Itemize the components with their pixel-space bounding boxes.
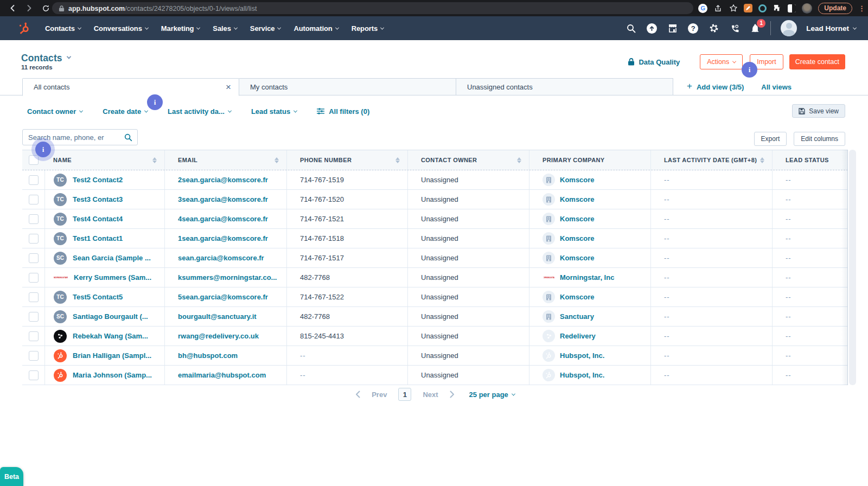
filter-contact-owner[interactable]: Contact owner <box>27 107 82 116</box>
row-checkbox[interactable] <box>29 370 39 380</box>
settings-gear-icon[interactable] <box>708 23 719 34</box>
company-link[interactable]: Komscore <box>560 293 595 301</box>
sort-icon[interactable] <box>517 157 521 163</box>
contact-email-link[interactable]: sean.garcia@komscore.fr <box>178 254 264 262</box>
company-link[interactable]: Hubspot, Inc. <box>560 351 604 360</box>
marketplace-icon[interactable] <box>667 23 678 34</box>
export-button[interactable]: Export <box>754 132 787 146</box>
extension-icon[interactable] <box>788 4 796 12</box>
row-checkbox[interactable] <box>29 234 39 244</box>
url-bar[interactable]: app.hubspot.com/contacts/24278205/object… <box>52 2 693 14</box>
contact-name-link[interactable]: Rebekah Wang (Sam... <box>73 332 148 340</box>
tab-my-contacts[interactable]: My contacts <box>239 78 456 95</box>
page-title[interactable]: Contacts <box>21 53 71 64</box>
contact-name-link[interactable]: Test1 Contact1 <box>73 234 123 242</box>
contact-email-link[interactable]: 5sean.garcia@komscore.fr <box>178 293 268 301</box>
account-menu[interactable]: Lead Hornet <box>806 24 856 33</box>
company-link[interactable]: Morningstar, Inc <box>560 273 614 282</box>
browser-update-button[interactable]: Update <box>818 3 852 14</box>
tab-unassigned-contacts[interactable]: Unassigned contacts <box>456 78 673 95</box>
close-tab-icon[interactable]: × <box>226 82 231 92</box>
extension-icon[interactable] <box>758 4 767 12</box>
contact-name-link[interactable]: Kerry Summers (Sam... <box>74 273 151 282</box>
company-link[interactable]: Hubspot, Inc. <box>560 371 604 379</box>
column-header-last-activity-date-gmt-8-[interactable]: LAST ACTIVITY DATE (GMT+8) <box>650 150 772 170</box>
vertical-scrollbar[interactable] <box>849 150 856 385</box>
tab-all-contacts[interactable]: All contacts× <box>22 78 239 96</box>
prev-page-button[interactable]: Prev <box>367 391 391 399</box>
prev-page-chevron-icon[interactable] <box>355 391 360 398</box>
contact-name-link[interactable]: Maria Johnson (Samp... <box>73 371 152 379</box>
contact-name-link[interactable]: Brian Halligan (Sampl... <box>73 351 151 360</box>
contact-name-link[interactable]: Sean Garcia (Sample ... <box>73 254 151 262</box>
row-checkbox[interactable] <box>29 253 39 263</box>
calling-icon[interactable] <box>729 23 740 34</box>
current-page-number[interactable]: 1 <box>398 388 411 401</box>
extensions-puzzle-icon[interactable] <box>773 4 782 13</box>
contact-name-link[interactable]: Test4 Contact4 <box>73 215 123 223</box>
column-header-contact-owner[interactable]: CONTACT OWNER <box>407 150 529 170</box>
company-link[interactable]: Komscore <box>560 176 595 184</box>
browser-menu-icon[interactable]: ⋮ <box>858 4 865 12</box>
nav-marketing[interactable]: Marketing <box>161 24 200 33</box>
filter-lead-status[interactable]: Lead status <box>251 107 297 116</box>
sort-icon[interactable] <box>760 157 764 163</box>
data-quality-link[interactable]: Data Quality <box>628 58 680 66</box>
annotation-dot[interactable]: i <box>742 62 757 78</box>
browser-forward-icon[interactable] <box>24 4 34 13</box>
user-avatar[interactable] <box>781 20 797 36</box>
sort-icon[interactable] <box>395 157 400 163</box>
add-view-link[interactable]: +Add view (3/5) <box>687 82 744 92</box>
column-header-phone-number[interactable]: PHONE NUMBER <box>286 150 407 170</box>
company-link[interactable]: Komscore <box>560 195 595 203</box>
contact-email-link[interactable]: 4sean.garcia@komscore.fr <box>178 215 268 223</box>
create-contact-button[interactable]: Create contact <box>789 54 845 69</box>
actions-button[interactable]: Actions <box>700 54 743 69</box>
row-checkbox[interactable] <box>29 292 39 302</box>
contact-name-link[interactable]: Test3 Contact3 <box>73 195 123 203</box>
nav-service[interactable]: Service <box>250 24 281 33</box>
column-header-lead-status[interactable]: LEAD STATUS <box>772 150 848 170</box>
row-checkbox[interactable] <box>29 214 39 224</box>
nav-sales[interactable]: Sales <box>213 24 237 33</box>
upgrade-icon[interactable] <box>646 23 658 34</box>
contact-name-link[interactable]: Test5 Contact5 <box>73 293 123 301</box>
row-checkbox[interactable] <box>29 175 39 185</box>
browser-profile-avatar[interactable] <box>802 3 812 14</box>
company-link[interactable]: Redelivery <box>560 332 596 340</box>
sort-icon[interactable] <box>275 157 279 163</box>
edit-columns-button[interactable]: Edit columns <box>794 132 845 146</box>
contact-email-link[interactable]: bourgault@sanctuary.it <box>178 312 257 321</box>
filter-create-date[interactable]: Create date <box>103 107 148 116</box>
row-checkbox[interactable] <box>29 312 39 322</box>
row-checkbox[interactable] <box>29 331 39 341</box>
next-page-button[interactable]: Next <box>418 391 442 399</box>
extension-icon[interactable] <box>744 4 752 12</box>
column-header-name[interactable]: NAME <box>44 150 164 170</box>
bookmark-star-icon[interactable] <box>729 4 738 13</box>
notifications-bell-icon[interactable]: 1 <box>749 23 761 34</box>
contact-email-link[interactable]: 1sean.garcia@komscore.fr <box>178 234 268 242</box>
contact-email-link[interactable]: emailmaria@hubspot.com <box>178 371 266 379</box>
hubspot-logo[interactable] <box>17 21 30 35</box>
sort-icon[interactable] <box>152 157 157 163</box>
browser-back-icon[interactable] <box>8 4 17 13</box>
help-icon[interactable]: ? <box>687 23 699 34</box>
nav-automation[interactable]: Automation <box>293 24 338 33</box>
nav-contacts[interactable]: Contacts <box>45 24 81 33</box>
contact-email-link[interactable]: bh@hubspot.com <box>178 351 238 360</box>
company-link[interactable]: Komscore <box>560 234 595 242</box>
next-page-chevron-icon[interactable] <box>450 391 455 398</box>
company-link[interactable]: Komscore <box>560 254 595 262</box>
company-link[interactable]: Komscore <box>560 215 595 223</box>
nav-conversations[interactable]: Conversations <box>94 24 148 33</box>
all-filters-button[interactable]: All filters (0) <box>317 107 369 116</box>
annotation-dot[interactable]: i <box>35 142 51 157</box>
filter-last-activity[interactable]: Last activity da... <box>168 107 231 116</box>
contact-email-link[interactable]: ksummers@morningstar.co... <box>178 273 277 282</box>
contact-name-link[interactable]: Santiago Bourgault (... <box>73 312 148 321</box>
company-link[interactable]: Sanctuary <box>560 312 594 321</box>
row-checkbox[interactable] <box>29 351 39 361</box>
browser-reload-icon[interactable] <box>41 4 50 13</box>
per-page-select[interactable]: 25 per page <box>469 391 515 399</box>
